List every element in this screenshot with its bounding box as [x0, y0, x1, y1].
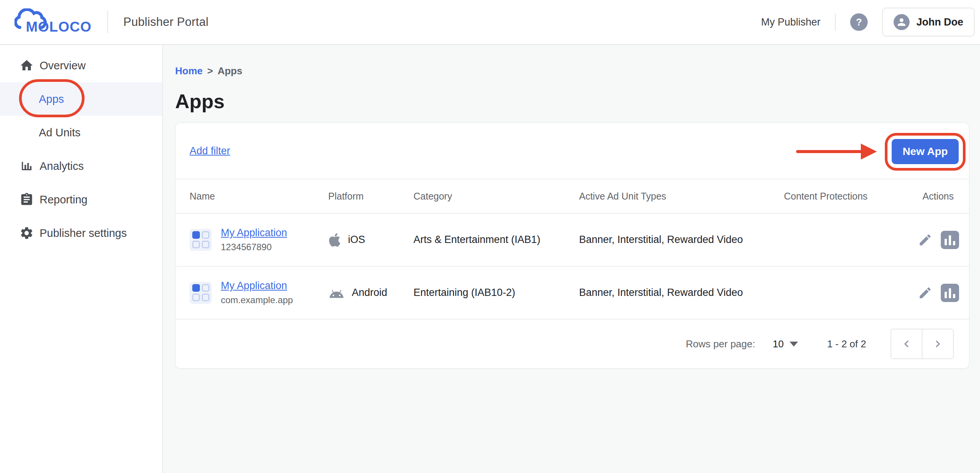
header-divider — [107, 11, 108, 33]
user-name: John Doe — [916, 16, 963, 28]
column-header-category: Category — [413, 191, 579, 202]
edit-pencil-icon[interactable] — [918, 286, 932, 300]
breadcrumb-current: Apps — [217, 65, 242, 77]
category-cell: Arts & Entertainment (IAB1) — [413, 234, 579, 246]
breadcrumb: Home > Apps — [175, 65, 969, 77]
table-toolbar: Add filter New App — [176, 123, 969, 179]
column-header-content-protections: Content Protections — [784, 191, 918, 202]
column-header-actions: Actions — [918, 191, 954, 202]
app-tile-icon — [190, 282, 212, 304]
add-filter-link[interactable]: Add filter — [190, 145, 230, 157]
publisher-selector[interactable]: My Publisher — [761, 16, 820, 28]
app-name-link[interactable]: My Application — [221, 227, 287, 239]
dropdown-caret-icon — [790, 342, 798, 347]
product-title: Publisher Portal — [123, 15, 209, 29]
app-id: 1234567890 — [221, 242, 287, 252]
app-stats-icon[interactable] — [941, 284, 959, 302]
table-row: My Application com.example.app Android E… — [176, 267, 969, 320]
avatar-icon — [894, 14, 910, 30]
sidebar-item-label: Apps — [39, 93, 64, 105]
sidebar-item-label: Overview — [40, 59, 86, 72]
app-id: com.example.app — [221, 295, 293, 305]
platform-label: iOS — [348, 234, 365, 246]
rows-per-page-label: Rows per page: — [686, 338, 755, 350]
gear-icon — [19, 226, 34, 240]
brand-wordmark: MOLOCO — [26, 19, 91, 35]
new-app-button[interactable]: New App — [892, 139, 959, 164]
sidebar-item-ad-units[interactable]: Ad Units — [0, 116, 162, 149]
sidebar-item-label: Analytics — [40, 160, 84, 173]
sidebar-item-label: Reporting — [40, 193, 88, 206]
header-divider-2 — [835, 14, 836, 30]
table-header-row: Name Platform Category Active Ad Unit Ty… — [176, 179, 969, 214]
help-icon[interactable]: ? — [850, 13, 868, 31]
sidebar: Overview Apps Ad Units Analytics Reporti… — [0, 45, 163, 473]
app-stats-icon[interactable] — [941, 231, 959, 249]
annotation-arrow-line — [796, 150, 863, 153]
chevron-right-icon — [931, 337, 945, 351]
column-header-name: Name — [190, 191, 328, 202]
app-tile-icon — [190, 229, 212, 251]
previous-page-button[interactable] — [891, 329, 923, 359]
sidebar-item-label: Publisher settings — [40, 227, 127, 240]
table-row: My Application 1234567890 iOS Arts & Ent… — [176, 214, 969, 267]
sidebar-item-analytics[interactable]: Analytics — [0, 149, 162, 183]
next-page-button[interactable] — [922, 329, 954, 359]
ad-unit-types-cell: Banner, Interstitial, Rewarded Video — [579, 234, 784, 246]
ad-unit-types-cell: Banner, Interstitial, Rewarded Video — [579, 287, 784, 299]
rows-per-page-value: 10 — [773, 338, 784, 350]
sidebar-item-label: Ad Units — [39, 126, 81, 139]
android-icon — [328, 285, 345, 300]
column-header-platform: Platform — [328, 191, 413, 202]
home-icon — [19, 58, 34, 73]
moloco-logo[interactable]: MOLOCO — [14, 8, 92, 37]
pagination-bar: Rows per page: 10 1 - 2 of 2 — [176, 320, 969, 368]
rows-per-page-select[interactable]: 10 — [773, 338, 798, 350]
edit-pencil-icon[interactable] — [918, 233, 932, 247]
apple-icon — [328, 232, 341, 248]
pagination-range: 1 - 2 of 2 — [827, 338, 866, 350]
sidebar-item-reporting[interactable]: Reporting — [0, 183, 162, 216]
column-header-ad-unit-types: Active Ad Unit Types — [579, 191, 784, 202]
bar-chart-icon — [19, 159, 34, 173]
user-menu-button[interactable]: John Doe — [882, 8, 975, 37]
sidebar-item-publisher-settings[interactable]: Publisher settings — [0, 216, 162, 250]
page-title: Apps — [175, 90, 969, 113]
apps-card: Add filter New App Name Platform Categor… — [175, 123, 969, 369]
platform-label: Android — [352, 287, 387, 299]
breadcrumb-home-link[interactable]: Home — [175, 65, 203, 77]
clipboard-icon — [19, 192, 34, 207]
help-glyph: ? — [856, 16, 862, 28]
category-cell: Entertaining (IAB10-2) — [413, 287, 579, 299]
breadcrumb-separator: > — [207, 65, 213, 77]
sidebar-item-apps[interactable]: Apps — [0, 82, 162, 116]
sidebar-item-overview[interactable]: Overview — [0, 49, 162, 82]
annotation-arrow-head — [861, 144, 877, 160]
chevron-left-icon — [900, 337, 913, 351]
app-name-link[interactable]: My Application — [221, 280, 293, 292]
main-content: Home > Apps Apps Add filter New App Name… — [163, 45, 980, 473]
top-header: MOLOCO Publisher Portal My Publisher ? J… — [0, 0, 980, 45]
